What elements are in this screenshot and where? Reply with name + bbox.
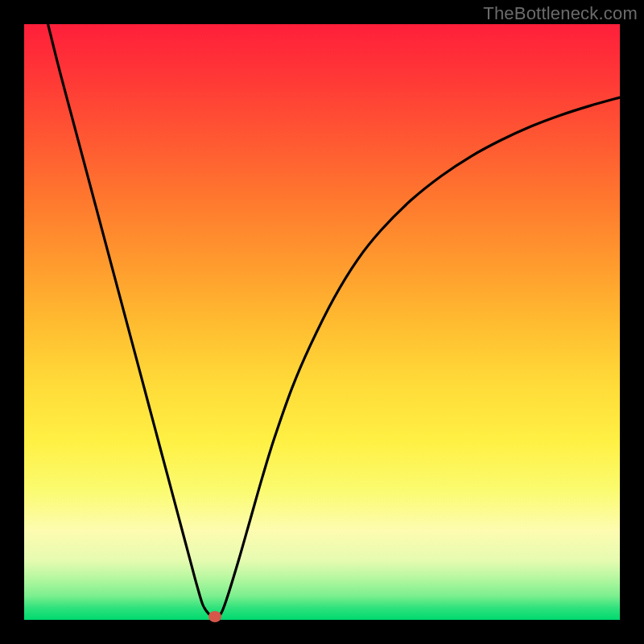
plot-area (24, 24, 620, 620)
bottleneck-curve (48, 24, 620, 617)
watermark-text: TheBottleneck.com (483, 3, 638, 24)
optimal-balance-marker (208, 611, 221, 622)
chart-frame: TheBottleneck.com (0, 0, 644, 644)
curve-svg (24, 24, 620, 620)
